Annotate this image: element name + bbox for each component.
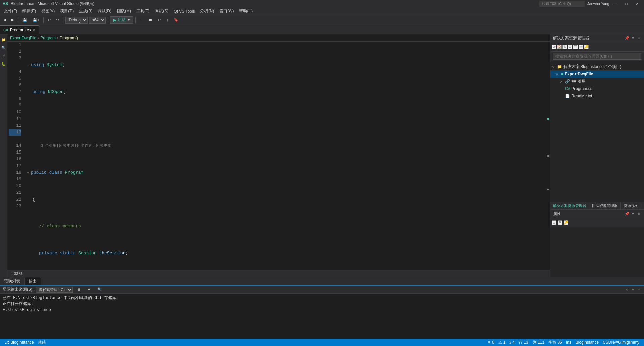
toolbar-save[interactable]: 💾 [20, 17, 29, 23]
code-line-5: { [24, 196, 545, 203]
sol-tab-solution[interactable]: 解决方案资源管理器 [550, 202, 589, 210]
zoom-level[interactable]: 133 % [10, 272, 25, 276]
run-button[interactable]: ▶ 启动 ▼ [110, 16, 133, 24]
toolbar-redo[interactable]: ↪ [54, 17, 61, 23]
menu-view[interactable]: 视图(V) [39, 7, 57, 15]
activity-search[interactable]: 🔍 [1, 45, 7, 51]
code-line-2: using NXOpen ; [24, 89, 545, 95]
props-toolbar-categorized[interactable]: ≡ [552, 220, 556, 225]
status-messages[interactable]: ℹ 4 [507, 340, 517, 345]
menu-team[interactable]: 团队(M) [114, 7, 134, 15]
output-toolbar: 显示输出来源(S): 源代码管理 - Git 🗑 ↵ 🔍 [3, 287, 625, 293]
status-errors[interactable]: ✕ 0 [485, 340, 496, 345]
menu-edit[interactable]: 编辑(E) [20, 7, 39, 15]
bottom-tab-output[interactable]: 输出 [25, 277, 41, 285]
tree-item-readme[interactable]: ▷ 📄 ReadMe.txt [550, 92, 644, 100]
line-numbers: 1 2 3 4 5 6 7 8 9 10 11 12 13 14 15 16 1… [7, 42, 24, 270]
tree-item-program-cs[interactable]: ▷ C# Program.cs [550, 85, 644, 92]
menu-help[interactable]: 帮助(H) [236, 7, 256, 15]
menu-window[interactable]: 窗口(W) [217, 7, 236, 15]
ln-17: 17 [9, 163, 21, 169]
toolbar-undo[interactable]: ↩ [46, 17, 53, 23]
panel-dropdown-arrow[interactable]: ▼ [631, 36, 635, 41]
sol-tab-team[interactable]: 团队资源管理器 [589, 202, 621, 210]
output-word-wrap[interactable]: ↵ [86, 287, 93, 292]
props-pin[interactable]: 📌 [625, 212, 629, 216]
toolbar-extra2[interactable]: ⏹ [147, 17, 154, 23]
se-toolbar-props[interactable]: 🔑 [584, 45, 589, 49]
props-dropdown[interactable]: ▼ [631, 212, 635, 216]
toolbar-back[interactable]: ◀ [1, 17, 8, 23]
output-close[interactable]: ✕ [637, 287, 641, 292]
type-system: System [47, 62, 62, 69]
code-line-1: ─ using System ; [24, 62, 545, 69]
toolbar-extra1[interactable]: ⏸ [138, 17, 145, 23]
output-dropdown[interactable]: ▼ [631, 287, 635, 292]
collapse-1[interactable]: ─ [26, 63, 30, 68]
tree-item-project[interactable]: ▽ ■ ExportDwgFile [550, 70, 644, 78]
toolbar-extra3[interactable]: ↩ [156, 17, 163, 23]
breadcrumb-method[interactable]: Program() [60, 36, 78, 40]
toolbar-forward[interactable]: ▶ [9, 17, 16, 23]
search-input-se[interactable] [553, 53, 641, 60]
output-find[interactable]: 🔍 [95, 287, 104, 292]
message-icon: ℹ [509, 340, 511, 345]
output-float[interactable]: ⇱ [625, 287, 629, 292]
app-icon: VS [3, 1, 8, 6]
run-dropdown-arrow[interactable]: ▼ [127, 18, 130, 22]
code-content[interactable]: ─ using System ; using NXOpen ; [24, 42, 545, 270]
minimize-button[interactable]: ─ [612, 2, 620, 6]
type-program: Program [65, 169, 83, 176]
breadcrumb-class[interactable]: Program [40, 36, 56, 40]
code-container[interactable]: 1 2 3 4 5 6 7 8 9 10 11 12 13 14 15 16 1… [7, 42, 550, 270]
sol-tab-resource[interactable]: 资源视图 [621, 202, 641, 210]
activity-git[interactable]: ⎇ [1, 53, 7, 59]
status-git[interactable]: ⎇ BlogInstance [3, 340, 36, 345]
tab-close-active[interactable]: ✕ [33, 28, 35, 32]
toolbar-save-all[interactable]: 💾+ [31, 17, 41, 23]
maximize-button[interactable]: □ [623, 2, 630, 6]
expand-references: ▷ [560, 80, 564, 83]
debug-config-select[interactable]: Debug [65, 17, 88, 24]
props-close[interactable]: ✕ [637, 212, 641, 216]
menu-debug[interactable]: 调试(D) [95, 7, 114, 15]
activity-debug[interactable]: 🐛 [1, 61, 7, 67]
panel-close-icon[interactable]: ✕ [637, 36, 641, 41]
tab-program-cs-active[interactable]: C# Program.cs ✕ [0, 25, 39, 34]
se-toolbar-refresh[interactable]: ↻ [562, 45, 567, 49]
output-source-select[interactable]: 源代码管理 - Git [36, 287, 73, 293]
output-clear[interactable]: 🗑 [75, 287, 83, 292]
toolbar-extra5[interactable]: 🔖 [172, 17, 180, 23]
activity-explorer[interactable]: 📁 [1, 37, 7, 43]
breadcrumb-project[interactable]: ExportDwgFile [10, 36, 36, 40]
menu-analyze[interactable]: 分析(N) [197, 7, 217, 15]
se-toolbar-settings[interactable]: ⚙ [568, 45, 572, 49]
se-toolbar-home[interactable]: 🏠 [557, 45, 562, 49]
props-toolbar-pages[interactable]: 🔑 [564, 220, 568, 225]
tree-item-references[interactable]: ▷ 🔗 ■■ 引用 [550, 78, 644, 85]
search-bar-title[interactable]: 快速启动 (Ctrl+Q) [539, 1, 584, 7]
menu-project[interactable]: 项目(P) [57, 7, 76, 15]
panel-pin[interactable]: 📌 [625, 36, 629, 41]
sep3 [63, 17, 63, 23]
toolbar-extra4[interactable]: ⤵ [164, 17, 170, 23]
bottom-tab-errors[interactable]: 错误列表 [0, 277, 25, 285]
menu-tools[interactable]: 工具(T) [134, 7, 152, 15]
se-toolbar-filter[interactable]: ☰ [573, 45, 578, 49]
collapse-4[interactable]: ⊟ [26, 170, 30, 175]
tree-item-solution[interactable]: ▷ 📁 解决方案'BlogInstance'(1个项目) [550, 63, 644, 70]
status-project: BlogInstance [573, 340, 601, 345]
ln-12: 12 [9, 122, 21, 129]
platform-select[interactable]: x64 [89, 17, 106, 24]
se-toolbar-sync[interactable]: ⟳ [552, 45, 556, 49]
se-toolbar-preview[interactable]: 👁 [579, 45, 583, 49]
menu-qt[interactable]: Qt VS Tools [171, 7, 197, 15]
comment-class-members: // class members [39, 223, 81, 230]
menu-test[interactable]: 测试(S) [152, 7, 171, 15]
ln-14: 14 [9, 142, 21, 149]
close-button[interactable]: ✕ [633, 2, 641, 6]
menu-file[interactable]: 文件(F) [1, 7, 20, 15]
menu-build[interactable]: 生成(B) [76, 7, 95, 15]
status-warnings[interactable]: ⚠ 1 [496, 340, 508, 345]
props-toolbar-alphabetical[interactable]: ⚑ [558, 220, 562, 225]
